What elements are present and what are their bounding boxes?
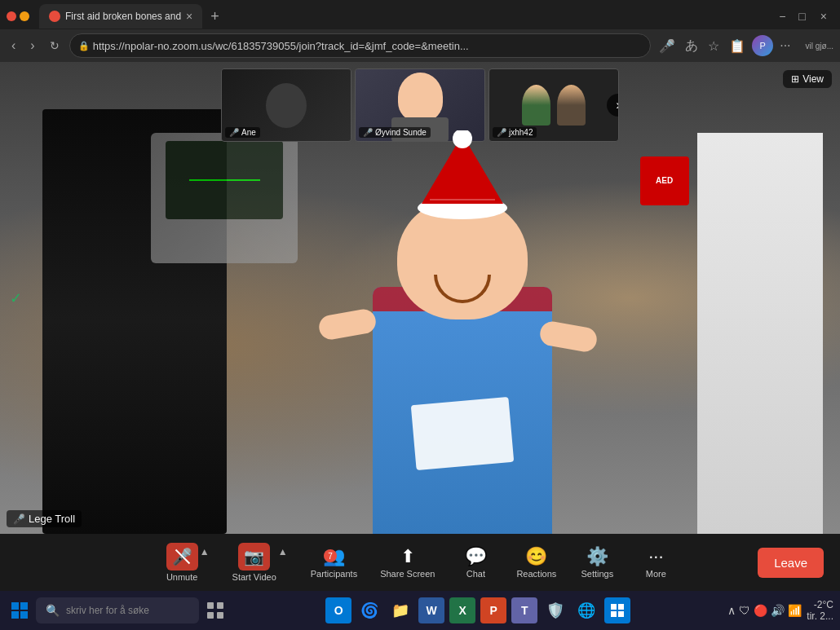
new-tab-button[interactable]: + <box>206 8 224 25</box>
settings-icon: ⚙️ <box>586 546 608 567</box>
taskbar-right: ∧ 🛡 🔴 🔊 📶 -2°C tir. 2... <box>727 599 833 622</box>
participants-count-badge: 7 <box>324 549 337 562</box>
svg-rect-4 <box>11 602 19 610</box>
browser-chrome: First aid broken bones and × + − □ × ‹ ›… <box>0 0 840 62</box>
edge-taskbar-icon[interactable]: 🌀 <box>356 597 382 623</box>
video-chevron[interactable]: ▲ <box>278 546 288 557</box>
settings-label: Settings <box>581 569 613 579</box>
green-check-icon: ✓ <box>10 289 22 307</box>
profile-avatar[interactable]: P <box>752 35 773 56</box>
url-text: https://npolar-no.zoom.us/wc/61835739055… <box>93 40 469 52</box>
leave-button[interactable]: Leave <box>758 548 824 578</box>
favorites-icon[interactable]: ☆ <box>705 37 723 55</box>
participants-label: Participants <box>311 569 357 579</box>
start-video-button-group[interactable]: 📷 Start Video ▲ <box>221 538 299 587</box>
left-hand <box>316 307 377 341</box>
maximize-button[interactable]: □ <box>794 8 810 24</box>
word-taskbar-icon[interactable]: W <box>418 597 444 623</box>
video-off-icon: 📷 <box>244 547 264 566</box>
settings-button[interactable]: ⚙️ Settings <box>568 541 626 584</box>
search-bar[interactable]: 🔍 skriv her for å søke <box>36 597 199 623</box>
participants-icon-wrap: 👥 7 <box>323 546 345 567</box>
outlook-taskbar-icon[interactable]: O <box>325 597 351 623</box>
thumb-label-ane: 🎤 Ane <box>225 127 260 138</box>
refresh-button[interactable]: ↻ <box>45 37 64 54</box>
start-video-label: Start Video <box>232 572 276 582</box>
powerpoint-taskbar-icon[interactable]: P <box>480 597 506 623</box>
svg-rect-8 <box>207 602 214 609</box>
more-button[interactable]: ··· More <box>626 541 685 584</box>
tab-title: First aid broken bones and <box>65 11 181 22</box>
view-grid-icon: ⊞ <box>791 73 799 85</box>
thumb-mute-icon-ane: 🎤 <box>229 128 239 137</box>
thumbnail-ane[interactable]: 🎤 Ane <box>221 68 351 142</box>
taskbar-left: 🔍 skriv her for å søke <box>7 597 228 623</box>
edge-sidebar-label: vil gjø... <box>806 42 833 51</box>
temperature-display: -2°C <box>814 599 833 610</box>
more-browser-button[interactable]: ··· <box>776 37 794 55</box>
start-video-button[interactable]: 📷 <box>238 543 270 571</box>
share-screen-button[interactable]: ⬆ Share Screen <box>369 541 446 584</box>
system-tray: ∧ 🛡 🔴 🔊 📶 <box>727 604 802 617</box>
task-view-button[interactable] <box>202 597 228 623</box>
svg-rect-9 <box>217 602 223 609</box>
svg-rect-6 <box>11 611 19 619</box>
network-icon[interactable]: 📶 <box>788 604 802 617</box>
close-button[interactable]: × <box>814 8 833 24</box>
share-screen-label: Share Screen <box>380 569 435 579</box>
antivirus-tray-icon[interactable]: 🔴 <box>754 604 767 617</box>
file-explorer-taskbar-icon[interactable]: 📁 <box>387 597 413 623</box>
unmute-chevron[interactable]: ▲ <box>200 546 210 557</box>
speaker-mute-icon: 🎤 <box>13 513 25 525</box>
reactions-label: Reactions <box>516 569 556 579</box>
paper-card <box>410 397 514 470</box>
svg-rect-14 <box>611 611 617 617</box>
right-figure <box>697 133 824 534</box>
more-label: More <box>646 569 666 579</box>
svg-rect-10 <box>207 612 214 619</box>
speakers-icon[interactable]: 🔊 <box>771 604 785 617</box>
start-button[interactable] <box>7 597 33 623</box>
unmute-label: Unmute <box>166 572 198 582</box>
zoom-toolbar: 🎤 Unmute ▲ 📷 Start Video ▲ 👥 7 <box>0 534 840 591</box>
search-icon: 🔍 <box>46 604 60 617</box>
participants-button[interactable]: 👥 7 Participants <box>299 541 369 584</box>
antivirus-taskbar-icon[interactable]: 🛡️ <box>542 597 568 623</box>
chat-button[interactable]: 💬 Chat <box>446 541 505 584</box>
shield-tray-icon[interactable]: 🛡 <box>739 604 750 617</box>
tab-close-button[interactable]: × <box>186 10 192 23</box>
translate-icon[interactable]: あ <box>682 36 701 56</box>
excel-taskbar-icon[interactable]: X <box>449 597 475 623</box>
forward-button[interactable]: › <box>25 37 39 55</box>
windows-apps-icon[interactable] <box>604 597 630 623</box>
center-figure <box>210 86 714 534</box>
unmute-button-group[interactable]: 🎤 Unmute ▲ <box>155 538 221 587</box>
view-button[interactable]: ⊞ View <box>783 70 832 88</box>
browser-icons <box>7 11 29 21</box>
minimize-button[interactable]: − <box>774 8 790 24</box>
reactions-icon: 😊 <box>525 546 547 567</box>
clock-area: -2°C tir. 2... <box>807 599 833 622</box>
chrome-taskbar-icon[interactable]: 🌐 <box>573 597 599 623</box>
svg-rect-15 <box>618 611 624 617</box>
taskbar: 🔍 skriv her for å søke O 🌀 📁 W <box>0 591 840 630</box>
chat-icon: 💬 <box>465 546 487 567</box>
teams-taskbar-icon[interactable]: T <box>511 597 537 623</box>
main-video-area: AED <box>0 62 840 534</box>
favicon-red <box>7 11 16 21</box>
main-video-bg: AED <box>0 62 840 534</box>
svg-rect-7 <box>20 611 28 619</box>
tray-chevron[interactable]: ∧ <box>727 604 736 617</box>
unmute-button[interactable]: 🎤 <box>166 543 198 571</box>
taskbar-center: O 🌀 📁 W X P T 🛡️ 🌐 <box>232 597 724 623</box>
address-bar[interactable]: 🔒 https://npolar-no.zoom.us/wc/618357390… <box>69 33 652 58</box>
active-tab[interactable]: First aid broken bones and × <box>39 4 202 29</box>
reactions-button[interactable]: 😊 Reactions <box>505 541 568 584</box>
time-display: tir. 2... <box>807 610 833 622</box>
lock-icon: 🔒 <box>78 41 90 51</box>
svg-rect-11 <box>217 612 223 619</box>
collections-icon[interactable]: 📋 <box>726 37 749 55</box>
microphone-browser-icon[interactable]: 🎤 <box>656 37 679 55</box>
back-button[interactable]: ‹ <box>7 37 20 55</box>
svg-rect-12 <box>611 604 617 610</box>
